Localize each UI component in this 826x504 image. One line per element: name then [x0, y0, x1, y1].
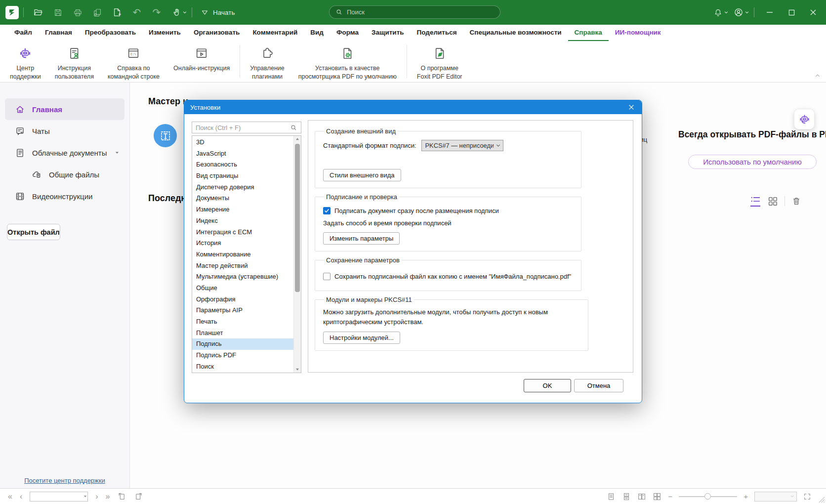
cancel-button[interactable]: Отмена — [574, 379, 623, 392]
sidebar-item-home[interactable]: Главная — [5, 98, 124, 120]
scroll-down-arrow-icon[interactable] — [294, 366, 301, 373]
signature-format-dropdown[interactable]: PKCS#7 — неприсоедине — [421, 140, 503, 151]
previous-page-button[interactable]: ‹ — [20, 492, 22, 501]
last-page-button[interactable]: » — [106, 492, 110, 501]
category-item[interactable]: Измерение — [192, 204, 301, 215]
notifications-caret-icon[interactable] — [724, 10, 729, 15]
page-number-box[interactable] — [30, 492, 88, 502]
sidebar-item-shared-files[interactable]: Общие файлы — [0, 164, 129, 185]
change-settings-button[interactable]: Изменить параметры — [323, 232, 400, 245]
category-item[interactable]: Подпись PDF — [192, 350, 301, 361]
category-item[interactable]: Вид страницы — [192, 170, 301, 182]
sidebar-item-cloud-documents[interactable]: Облачные документы — [0, 142, 129, 164]
search-input[interactable] — [347, 8, 494, 16]
module-settings-button[interactable]: Настройки модулей... — [323, 332, 400, 344]
delete-recent-button[interactable] — [791, 196, 801, 206]
list-scrollbar[interactable] — [293, 136, 301, 373]
online-tutorial-button[interactable]: Онлайн-инструкция — [166, 41, 237, 73]
command-line-help-button[interactable]: C:\ Справка покомандной строке — [101, 41, 166, 81]
category-item[interactable]: 3D — [192, 137, 301, 148]
ai-assistant-button[interactable] — [794, 109, 815, 129]
category-item[interactable]: Общие — [192, 283, 301, 294]
single-page-view-button[interactable] — [607, 492, 616, 501]
sidebar-item-chats[interactable]: Чаты — [0, 120, 129, 142]
ok-button[interactable]: OK — [524, 379, 571, 392]
page-number-input[interactable] — [30, 493, 83, 500]
menu-home[interactable]: Главная — [39, 25, 79, 41]
category-item[interactable]: Интеграция с ECM — [192, 227, 301, 238]
menu-view[interactable]: Вид — [304, 25, 330, 41]
menu-edit[interactable]: Изменить — [142, 25, 187, 41]
facing-view-button[interactable] — [637, 492, 646, 501]
first-page-button[interactable]: « — [8, 492, 12, 501]
scrollbar-thumb[interactable] — [295, 144, 300, 292]
category-item[interactable]: Мультимедиа (устаревшие) — [192, 271, 301, 283]
chevron-down-icon[interactable] — [115, 150, 120, 155]
sign-immediately-checkbox[interactable] — [323, 207, 330, 214]
previous-view-button[interactable] — [117, 492, 126, 501]
manage-plugins-button[interactable]: Управлениеплагинами — [243, 41, 291, 81]
fullscreen-button[interactable] — [803, 493, 811, 501]
category-item[interactable]: Параметры AIP — [192, 305, 301, 316]
redo-icon[interactable]: ↷ — [147, 3, 166, 21]
sidebar-item-video-tutorials[interactable]: Видеоинструкции — [0, 185, 129, 207]
resize-grip[interactable] — [819, 497, 825, 503]
dialog-titlebar[interactable]: Установки — [184, 100, 642, 114]
grid-view-button[interactable] — [767, 196, 778, 207]
save-signed-copy-checkbox[interactable] — [323, 273, 330, 280]
scroll-up-arrow-icon[interactable] — [294, 136, 301, 143]
start-menu-button[interactable]: Начать — [197, 8, 239, 17]
support-center-link[interactable]: Посетите центр поддержки — [0, 477, 129, 484]
list-view-button[interactable] — [750, 195, 761, 207]
menu-form[interactable]: Форма — [330, 25, 365, 41]
category-item[interactable]: Документы — [192, 193, 301, 204]
menu-share[interactable]: Поделиться — [411, 25, 463, 41]
category-item[interactable]: Орфография — [192, 294, 301, 305]
menu-help[interactable]: Справка — [568, 25, 609, 41]
appearance-styles-button[interactable]: Стили внешнего вида — [323, 169, 401, 181]
menu-accessibility[interactable]: Специальные возможности — [463, 25, 568, 41]
about-foxit-button[interactable]: О программеFoxit PDF Editor — [410, 41, 469, 81]
category-item[interactable]: Диспетчер доверия — [192, 182, 301, 193]
snapshot-icon[interactable] — [87, 3, 107, 21]
open-file-icon[interactable] — [28, 3, 48, 21]
menu-ai-assistant[interactable]: ИИ-помощник — [609, 25, 667, 41]
next-view-button[interactable] — [134, 492, 143, 501]
menu-organize[interactable]: Организовать — [187, 25, 247, 41]
user-manual-button[interactable]: Инструкцияпользователя — [48, 41, 101, 81]
dialog-search-box[interactable] — [192, 122, 301, 133]
set-default-viewer-button[interactable]: Установить в качествепросмотрщика PDF по… — [291, 41, 404, 81]
category-item-selected[interactable]: Подпись — [192, 338, 301, 350]
category-item[interactable]: История — [192, 238, 301, 249]
maximize-button[interactable] — [781, 0, 802, 25]
menu-protect[interactable]: Защитить — [365, 25, 410, 41]
support-center-button[interactable]: Центрподдержки — [3, 41, 48, 81]
global-search-box[interactable] — [329, 5, 500, 19]
close-button[interactable] — [802, 0, 824, 25]
dialog-search-input[interactable] — [196, 124, 290, 131]
category-item[interactable]: Печать — [192, 316, 301, 328]
use-as-default-button[interactable]: Использовать по умолчанию — [688, 155, 817, 169]
minimize-button[interactable] — [759, 0, 781, 25]
facing-continuous-view-button[interactable] — [653, 492, 661, 501]
zoom-in-button[interactable]: + — [743, 492, 748, 501]
open-file-button[interactable]: Открыть файл — [7, 224, 60, 240]
category-item[interactable]: JavaScript — [192, 148, 301, 160]
category-item[interactable]: Поиск — [192, 361, 301, 373]
category-item[interactable]: Индекс — [192, 215, 301, 227]
collapse-ribbon-chevron-icon[interactable] — [814, 72, 821, 79]
category-item[interactable]: Планшет — [192, 328, 301, 339]
zoom-out-button[interactable]: − — [668, 492, 672, 501]
menu-comment[interactable]: Комментарий — [246, 25, 304, 41]
zoom-level-dropdown[interactable] — [754, 492, 797, 502]
undo-icon[interactable]: ↶ — [127, 3, 147, 21]
category-item[interactable]: Безопасность — [192, 159, 301, 170]
zoom-slider-handle[interactable] — [704, 493, 711, 500]
continuous-view-button[interactable] — [622, 492, 631, 501]
account-caret-icon[interactable] — [744, 10, 749, 15]
hand-tool-caret-icon[interactable] — [182, 10, 187, 15]
next-page-button[interactable]: › — [95, 492, 98, 501]
dialog-close-button[interactable] — [621, 100, 642, 114]
print-icon[interactable] — [68, 3, 87, 21]
zoom-slider[interactable] — [679, 496, 737, 497]
